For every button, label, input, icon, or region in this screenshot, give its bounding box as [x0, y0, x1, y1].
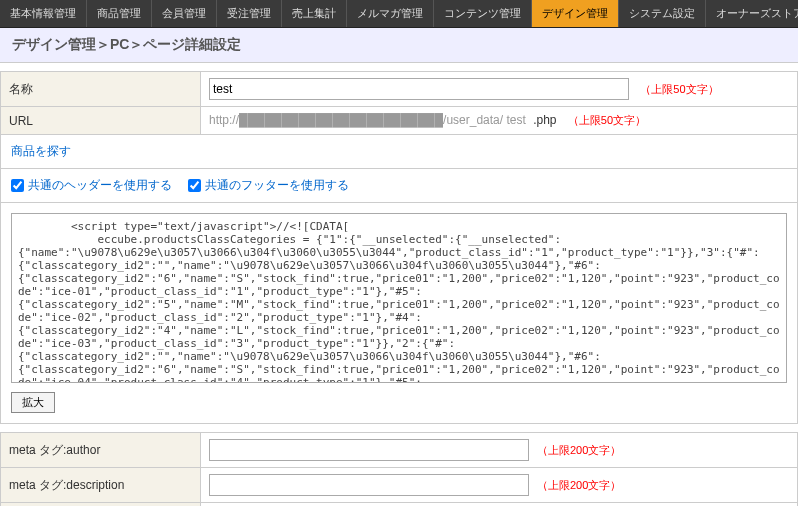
name-input[interactable] [209, 78, 629, 100]
nav-tab-0[interactable]: 基本情報管理 [0, 0, 87, 27]
name-label: 名称 [1, 72, 201, 107]
header-checkbox[interactable] [11, 179, 24, 192]
header-checkbox-text: 共通のヘッダーを使用する [28, 177, 172, 194]
nav-tab-2[interactable]: 会員管理 [152, 0, 217, 27]
nav-tab-8[interactable]: システム設定 [619, 0, 706, 27]
code-area: 拡大 [0, 203, 798, 424]
footer-checkbox-text: 共通のフッターを使用する [205, 177, 349, 194]
nav-tab-3[interactable]: 受注管理 [217, 0, 282, 27]
url-prefix: http://████████████████████████/user_dat… [209, 113, 526, 127]
nav-tab-6[interactable]: コンテンツ管理 [434, 0, 532, 27]
url-ext: .php [533, 113, 556, 127]
url-limit: （上限50文字） [568, 114, 646, 126]
meta-limit-0: （上限200文字） [537, 444, 621, 456]
name-limit: （上限50文字） [640, 83, 718, 95]
expand-button[interactable]: 拡大 [11, 392, 55, 413]
header-checkbox-label[interactable]: 共通のヘッダーを使用する [11, 177, 172, 194]
form-table: 名称 （上限50文字） URL http://█████████████████… [0, 71, 798, 135]
checkbox-row: 共通のヘッダーを使用する 共通のフッターを使用する [0, 169, 798, 203]
top-nav: 基本情報管理商品管理会員管理受注管理売上集計メルマガ管理コンテンツ管理デザイン管… [0, 0, 798, 28]
meta-limit-1: （上限200文字） [537, 479, 621, 491]
nav-tab-1[interactable]: 商品管理 [87, 0, 152, 27]
footer-checkbox-label[interactable]: 共通のフッターを使用する [188, 177, 349, 194]
meta-input-0[interactable] [209, 439, 529, 461]
back-link[interactable]: 商品を探す [0, 135, 798, 169]
code-textarea[interactable] [11, 213, 787, 383]
url-label: URL [1, 107, 201, 135]
meta-label-2: meta タグ:keyword [1, 503, 201, 507]
meta-table: meta タグ:author（上限200文字）meta タグ:descripti… [0, 432, 798, 506]
nav-tab-4[interactable]: 売上集計 [282, 0, 347, 27]
meta-label-1: meta タグ:description [1, 468, 201, 503]
breadcrumb: デザイン管理＞PC＞ページ詳細設定 [0, 28, 798, 63]
meta-input-1[interactable] [209, 474, 529, 496]
footer-checkbox[interactable] [188, 179, 201, 192]
meta-label-0: meta タグ:author [1, 433, 201, 468]
nav-tab-7[interactable]: デザイン管理 [532, 0, 619, 27]
nav-tab-5[interactable]: メルマガ管理 [347, 0, 434, 27]
nav-tab-9[interactable]: オーナーズストア [706, 0, 798, 27]
